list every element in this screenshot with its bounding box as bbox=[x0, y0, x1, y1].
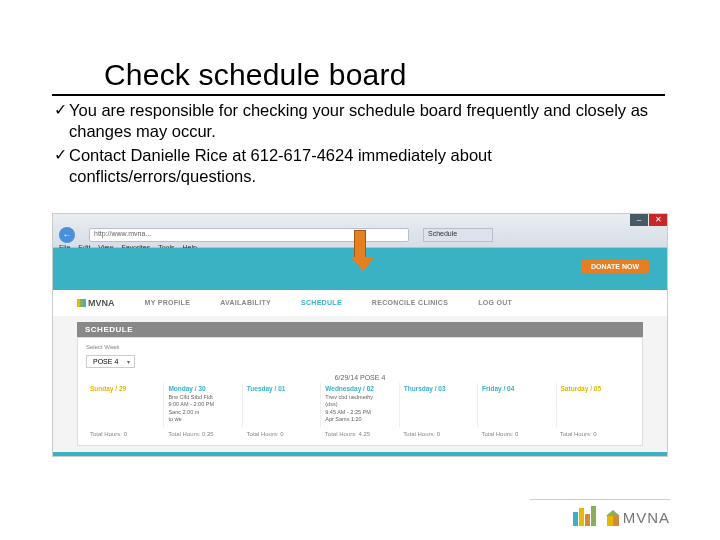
schedule-header: SCHEDULE bbox=[77, 322, 643, 337]
mvna-logo: MVNA bbox=[606, 509, 670, 526]
calendar-event: Apr Sams 1:20 bbox=[325, 416, 394, 423]
day-header: Tuesday / 01 bbox=[247, 383, 316, 394]
calendar-event[interactable]: Trwv cbd uedmethy bbox=[325, 394, 394, 401]
calendar-event: 9:45 AM - 2:25 PM bbox=[325, 409, 394, 416]
embedded-screenshot: – ✕ ← http://www.mvna... Schedule File E… bbox=[52, 213, 668, 457]
schedule-panel: SCHEDULE Select Week POSE 4 6/29/14 POSE… bbox=[53, 316, 667, 452]
week-select[interactable]: POSE 4 bbox=[86, 355, 135, 368]
total-hours: Total Hours: 0 bbox=[556, 429, 634, 439]
site-nav: MVNA MY PROFILE AVAILABILITY SCHEDULE RE… bbox=[53, 290, 667, 316]
nav-availability[interactable]: AVAILABILITY bbox=[220, 299, 271, 306]
calendar-event: 9:00 AM - 2:00 PM bbox=[168, 401, 237, 408]
slide-title: Check schedule board bbox=[52, 0, 665, 96]
nav-my-profile[interactable]: MY PROFILE bbox=[145, 299, 191, 306]
day-header: Sunday / 29 bbox=[90, 383, 159, 394]
bullet-list: ✓ You are responsible for checking your … bbox=[0, 96, 720, 187]
close-icon[interactable]: ✕ bbox=[649, 214, 667, 226]
check-icon: ✓ bbox=[54, 100, 68, 141]
day-header: Monday / 30 bbox=[168, 383, 237, 394]
week-label: Select Week bbox=[86, 344, 634, 350]
calendar-event: to we bbox=[168, 416, 237, 423]
calendar-event: (dss) bbox=[325, 401, 394, 408]
minimize-icon[interactable]: – bbox=[630, 214, 648, 226]
calendar-range: 6/29/14 POSE 4 bbox=[86, 374, 634, 381]
callout-arrow-icon bbox=[351, 230, 369, 271]
mvna-text: MVNA bbox=[623, 509, 670, 526]
day-header: Saturday / 05 bbox=[561, 383, 630, 394]
total-hours: Total Hours: 0 bbox=[477, 429, 555, 439]
bullet-item: ✓ Contact Danielle Rice at 612-617-4624 … bbox=[54, 145, 660, 186]
day-header: Wednesday / 02 bbox=[325, 383, 394, 394]
logo-text: MVNA bbox=[88, 298, 115, 308]
browser-tab[interactable]: Schedule bbox=[423, 228, 493, 242]
calendar-event[interactable]: Brw Clfd Stbd Fldt bbox=[168, 394, 237, 401]
check-icon: ✓ bbox=[54, 145, 68, 186]
total-hours: Total Hours: 4.25 bbox=[321, 429, 399, 439]
back-icon[interactable]: ← bbox=[59, 227, 75, 243]
site-footer: CHIRP United Way MEETS STANDARDS in ✉ f … bbox=[53, 452, 667, 457]
calendar-grid: Sunday / 29 Monday / 30 Brw Clfd Stbd Fl… bbox=[86, 383, 634, 427]
totals-row: Total Hours: 0 Total Hours: 0.25 Total H… bbox=[86, 429, 634, 439]
day-header: Thursday / 03 bbox=[404, 383, 473, 394]
nav-schedule[interactable]: SCHEDULE bbox=[301, 299, 342, 306]
total-hours: Total Hours: 0 bbox=[86, 429, 164, 439]
site-logo[interactable]: MVNA bbox=[77, 298, 115, 308]
total-hours: Total Hours: 0 bbox=[399, 429, 477, 439]
total-hours: Total Hours: 0 bbox=[243, 429, 321, 439]
bullet-item: ✓ You are responsible for checking your … bbox=[54, 100, 660, 141]
bullet-text: You are responsible for checking your sc… bbox=[69, 100, 660, 141]
bars-icon bbox=[573, 506, 596, 526]
schedule-box: Select Week POSE 4 6/29/14 POSE 4 Sunday… bbox=[77, 337, 643, 446]
nav-reconcile[interactable]: RECONCILE CLINICS bbox=[372, 299, 448, 306]
nav-logout[interactable]: LOG OUT bbox=[478, 299, 512, 306]
bullet-text: Contact Danielle Rice at 612-617-4624 im… bbox=[69, 145, 660, 186]
site-banner: DONATE NOW bbox=[53, 248, 667, 290]
total-hours: Total Hours: 0.25 bbox=[164, 429, 242, 439]
donate-button[interactable]: DONATE NOW bbox=[581, 260, 649, 273]
house-icon bbox=[606, 510, 620, 526]
day-header: Friday / 04 bbox=[482, 383, 551, 394]
calendar-event: Sanc 2:00 m bbox=[168, 409, 237, 416]
window-buttons: – ✕ bbox=[630, 214, 667, 226]
slide-footer-logo: MVNA bbox=[530, 499, 670, 526]
